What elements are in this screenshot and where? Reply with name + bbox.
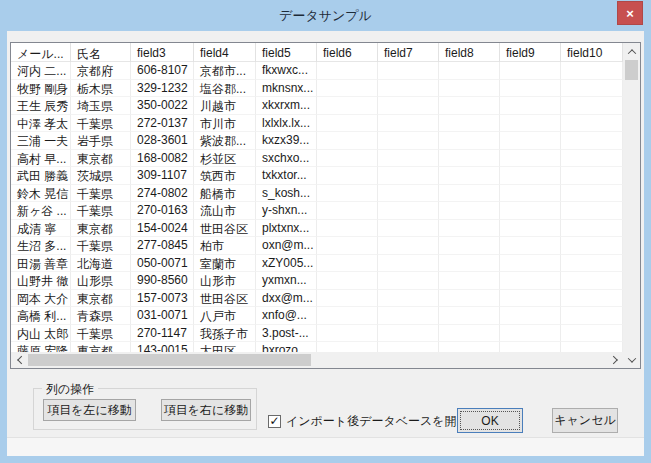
horizontal-scroll-track[interactable] xyxy=(311,352,606,368)
column-header-7[interactable]: field7 xyxy=(378,43,439,62)
table-cell xyxy=(317,132,378,150)
table-cell: kxzx39... xyxy=(256,132,317,150)
table-cell: 309-1107 xyxy=(131,167,194,185)
table-cell xyxy=(500,62,561,80)
ok-button[interactable]: OK xyxy=(457,408,523,433)
column-header-10[interactable]: field10 xyxy=(561,43,623,62)
table-row[interactable]: 牧野 剛身栃木県329-1232塩谷郡...mknsnx... xyxy=(11,80,623,98)
table-row[interactable]: 鈴木 晃信千葉県274-0802船橋市s_kosh... xyxy=(11,185,623,203)
table-cell xyxy=(317,202,378,220)
table-row[interactable]: 王生 辰秀埼玉県350-0022川越市xkxrxm... xyxy=(11,97,623,115)
table-cell xyxy=(378,132,439,150)
scroll-down-icon xyxy=(627,354,635,362)
scroll-right-button[interactable] xyxy=(606,352,623,368)
table-cell xyxy=(561,185,623,203)
table-cell: 東京都 xyxy=(71,342,131,352)
table-cell: 内山 太郎 xyxy=(11,325,71,343)
table-cell xyxy=(378,307,439,325)
table-row[interactable]: 高村 早...東京都168-0082杉並区sxchxo... xyxy=(11,150,623,168)
scroll-up-button[interactable] xyxy=(623,43,640,60)
table-cell xyxy=(561,255,623,273)
table-cell: 世田谷区 xyxy=(194,290,256,308)
horizontal-scrollbar[interactable] xyxy=(11,352,623,368)
table-row[interactable]: 山野井 徹山形県990-8560山形市yxmxn... xyxy=(11,272,623,290)
table-cell: 筑西市 xyxy=(194,167,256,185)
table-row[interactable]: 三浦 一夫岩手県028-3601紫波郡...kxzx39... xyxy=(11,132,623,150)
table-cell xyxy=(439,62,500,80)
table-cell xyxy=(317,62,378,80)
table-cell xyxy=(500,80,561,98)
window-title: データサンプル xyxy=(0,7,651,25)
titlebar[interactable]: データサンプル × xyxy=(0,0,651,31)
table-row[interactable]: 藤原 宏隆東京都143-0015大田区bxrozo... xyxy=(11,342,623,352)
table-cell: 武田 勝義 xyxy=(11,167,71,185)
cancel-button[interactable]: キャンセル xyxy=(552,408,618,433)
table-cell: 270-0163 xyxy=(131,202,194,220)
table-cell: 我孫子市 xyxy=(194,325,256,343)
table-cell xyxy=(561,167,623,185)
table-cell xyxy=(317,167,378,185)
column-header-5[interactable]: field5 xyxy=(256,43,317,62)
column-header-1[interactable]: メール... xyxy=(11,43,71,62)
table-cell xyxy=(378,290,439,308)
move-item-right-button[interactable]: 項目を右に移動 xyxy=(161,399,251,421)
table-cell: 山形県 xyxy=(71,272,131,290)
table-cell: 千葉県 xyxy=(71,115,131,133)
table-cell xyxy=(561,202,623,220)
horizontal-scroll-thumb[interactable] xyxy=(28,354,311,366)
open-after-import-checkbox[interactable]: ✓ インポート後データベースを開く xyxy=(268,413,469,429)
table-row[interactable]: 武田 勝義茨城県309-1107筑西市txkxtor... xyxy=(11,167,623,185)
table-cell: 京都府 xyxy=(71,62,131,80)
checkbox-box[interactable]: ✓ xyxy=(268,415,281,428)
column-header-2[interactable]: 氏名 xyxy=(71,43,131,62)
table-cell: 東京都 xyxy=(71,150,131,168)
table-row[interactable]: 内山 太郎千葉県270-1147我孫子市3.post-... xyxy=(11,325,623,343)
table-cell xyxy=(500,167,561,185)
column-header-9[interactable]: field9 xyxy=(500,43,561,62)
table-cell xyxy=(378,272,439,290)
table-cell: 京都市... xyxy=(194,62,256,80)
table-row[interactable]: 成清 寧東京都154-0024世田谷区plxtxnx... xyxy=(11,220,623,238)
table-cell: yxmxn... xyxy=(256,272,317,290)
table-row[interactable]: 新ヶ谷 ...千葉県270-0163流山市y-shxn... xyxy=(11,202,623,220)
table-cell: txkxtor... xyxy=(256,167,317,185)
vertical-scrollbar[interactable] xyxy=(623,43,640,368)
move-item-left-button[interactable]: 項目を左に移動 xyxy=(43,399,136,421)
table-cell xyxy=(439,132,500,150)
scroll-left-button[interactable] xyxy=(11,352,28,368)
close-button[interactable]: × xyxy=(617,1,643,25)
table-cell: sxchxo... xyxy=(256,150,317,168)
table-cell: 272-0137 xyxy=(131,115,194,133)
table-cell xyxy=(378,62,439,80)
table-row[interactable]: 生沼 多...千葉県277-0845柏市oxn@m... xyxy=(11,237,623,255)
table-cell: 高橋 利... xyxy=(11,307,71,325)
vertical-scroll-track[interactable] xyxy=(623,80,640,351)
table-cell: 350-0022 xyxy=(131,97,194,115)
table-cell xyxy=(378,97,439,115)
table-row[interactable]: 田湯 善章北海道050-0071室蘭市xZY005... xyxy=(11,255,623,273)
column-header-4[interactable]: field4 xyxy=(194,43,256,62)
vertical-scroll-thumb[interactable] xyxy=(625,60,638,80)
table-cell xyxy=(439,237,500,255)
table-body: 河内 二...京都府606-8107京都市...fkxwxc...牧野 剛身栃木… xyxy=(11,62,623,352)
table-cell xyxy=(439,342,500,352)
table-cell xyxy=(500,150,561,168)
table-cell: 世田谷区 xyxy=(194,220,256,238)
table-row[interactable]: 河内 二...京都府606-8107京都市...fkxwxc... xyxy=(11,62,623,80)
table-cell: 市川市 xyxy=(194,115,256,133)
column-header-3[interactable]: field3 xyxy=(131,43,194,62)
table-cell xyxy=(378,80,439,98)
column-header-8[interactable]: field8 xyxy=(439,43,500,62)
table-cell xyxy=(378,237,439,255)
table-row[interactable]: 高橋 利...青森県031-0071八戸市xnfo@... xyxy=(11,307,623,325)
scroll-down-button[interactable] xyxy=(623,351,640,368)
column-header-6[interactable]: field6 xyxy=(317,43,378,62)
table-cell xyxy=(439,202,500,220)
table-cell: 八戸市 xyxy=(194,307,256,325)
table-cell: 270-1147 xyxy=(131,325,194,343)
table-cell xyxy=(500,220,561,238)
table-cell: xnfo@... xyxy=(256,307,317,325)
table-row[interactable]: 中澤 孝太千葉県272-0137市川市lxlxlx.lx... xyxy=(11,115,623,133)
table-row[interactable]: 岡本 大介東京都157-0073世田谷区dxx@m... xyxy=(11,290,623,308)
table-cell xyxy=(500,272,561,290)
